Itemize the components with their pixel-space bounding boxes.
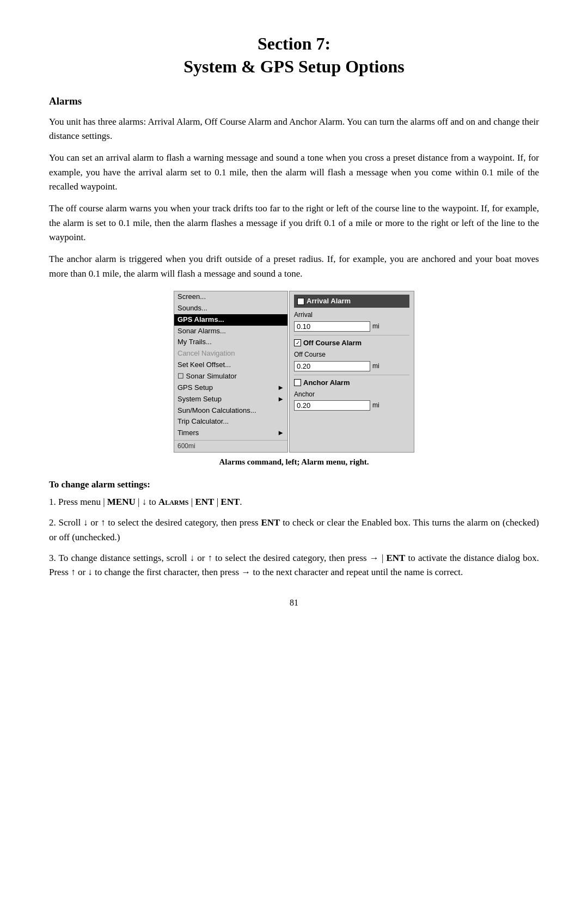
step-2: 2. Scroll ↓ or ↑ to select the desired c… [49,516,539,545]
page-number: 81 [49,596,539,610]
arrival-input[interactable] [294,321,370,332]
menu-item-trip-calculator[interactable]: Trip Calculator... [174,416,287,428]
steps-heading: To change alarm settings: [49,478,539,492]
off-course-alarm-label: Off Course Alarm [303,338,362,349]
menu-item-screen[interactable]: Screen... [174,291,287,303]
menu-item-timers[interactable]: Timers ► [174,428,287,439]
menu-footer: 600mi [174,440,287,452]
diagram-area: Screen... Sounds... GPS Alarms... Sonar … [49,291,539,453]
arrival-alarm-title-bar: ✓ Arrival Alarm [294,295,409,308]
off-course-unit: mi [372,361,379,371]
menu-item-gps-setup[interactable]: GPS Setup ► [174,382,287,394]
anchor-alarm-header: Anchor Alarm [294,377,409,388]
menu-item-sonar-simulator[interactable]: ☐ Sonar Simulator [174,371,287,382]
menu-item-system-setup[interactable]: System Setup ► [174,394,287,405]
menu-item-cancel-navigation: Cancel Navigation [174,348,287,359]
anchor-alarm-checkbox[interactable] [294,379,301,386]
menu-item-sun-moon[interactable]: Sun/Moon Calculations... [174,405,287,417]
off-course-alarm-checkbox[interactable]: ✓ [294,339,301,346]
step-3: 3. To change distance settings, scroll ↓… [49,551,539,580]
menu-item-sonar-alarms[interactable]: Sonar Alarms... [174,326,287,337]
arrival-input-row: mi [294,321,409,332]
diagram-caption: Alarms command, left; Alarm menu, right. [49,456,539,468]
anchor-input[interactable] [294,400,370,411]
anchor-sublabel: Anchor [294,389,409,400]
paragraph-1: You unit has three alarms: Arrival Alarm… [49,115,539,144]
menu-item-sounds[interactable]: Sounds... [174,303,287,314]
anchor-unit: mi [372,400,379,411]
divider-1 [294,335,409,335]
menu-item-my-trails[interactable]: My Trails... [174,337,287,348]
step-1: 1. Press menu | MENU | ↓ to Alarms | ENT… [49,495,539,509]
arrival-unit: mi [372,321,379,332]
paragraph-3: The off course alarm warns you when your… [49,201,539,245]
anchor-alarm-label: Anchor Alarm [303,377,350,388]
menu-item-gps-alarms[interactable]: GPS Alarms... [174,314,287,326]
off-course-input[interactable] [294,361,370,371]
arrival-alarm-checkbox[interactable]: ✓ [297,298,304,305]
anchor-input-row: mi [294,400,409,411]
off-course-alarm-header: ✓ Off Course Alarm [294,338,409,349]
alarm-panel: ✓ Arrival Alarm Arrival mi ✓ Off Course … [289,291,414,453]
page-title: Section 7: System & GPS Setup Options [49,33,539,78]
menu-panel: Screen... Sounds... GPS Alarms... Sonar … [174,291,288,453]
arrival-sublabel: Arrival [294,310,409,320]
section-heading: Alarms [49,93,539,109]
paragraph-2: You can set an arrival alarm to flash a … [49,151,539,194]
off-course-sublabel: Off Course [294,350,409,360]
menu-item-set-keel-offset[interactable]: Set Keel Offset... [174,359,287,371]
paragraph-4: The anchor alarm is triggered when you d… [49,252,539,281]
off-course-input-row: mi [294,361,409,371]
arrival-alarm-label: Arrival Alarm [307,296,351,307]
divider-2 [294,375,409,375]
